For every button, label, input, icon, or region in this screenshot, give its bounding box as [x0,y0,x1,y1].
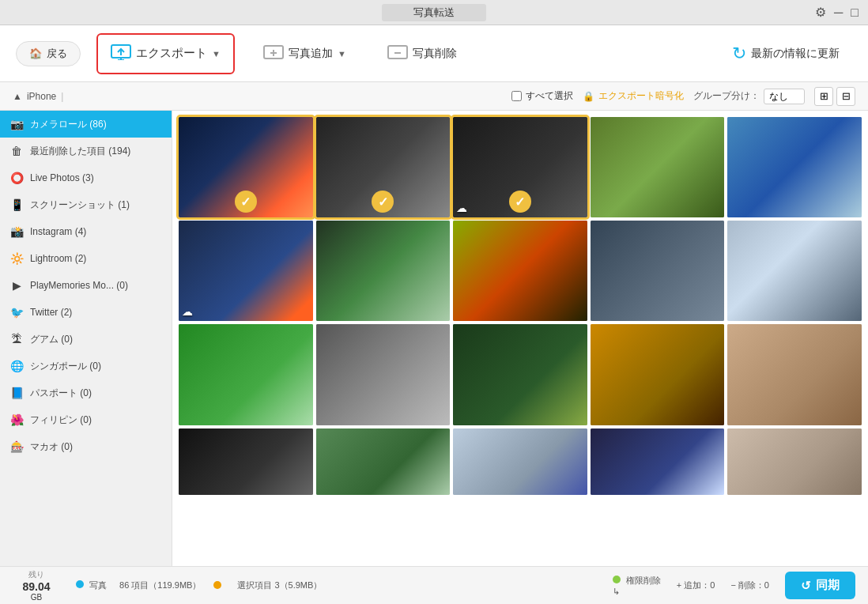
sidebar-item-camera-roll[interactable]: 📷 カメラロール (86) [0,111,172,138]
add-photo-label: 写真追加 [289,47,333,61]
sidebar-item-screenshots[interactable]: 📱 スクリーンショット (1) [0,191,172,218]
photo-cell-3[interactable]: ✓ ☁ [453,117,587,217]
instagram-icon: 📸 [9,225,24,239]
photo-cell-2[interactable]: ✓ [316,117,451,217]
sidebar-item-macau[interactable]: 🎰 マカオ (0) [0,433,172,460]
list-view-icon[interactable]: ⊟ [836,87,855,106]
sidebar-item-philippines[interactable]: 🌺 フィリピン (0) [0,406,172,433]
app-title: 写真転送 [382,4,486,21]
sidebar-item-twitter[interactable]: 🐦 Twitter (2) [0,299,172,326]
photo-cell-13[interactable] [453,324,587,425]
settings-icon[interactable]: ⚙ [815,5,826,20]
philippines-label: フィリピン (0) [30,413,92,427]
philippines-icon: 🌺 [9,413,24,427]
photo-grid: ✓ ✓ ✓ ☁ ☁ [179,117,862,495]
sidebar-item-live-photos[interactable]: ⭕ Live Photos (3) [0,164,172,191]
photo-cell-9[interactable] [591,221,725,321]
view-icons: ⊞ ⊟ [814,87,855,106]
group-area: グループ分け： なし 日付 月 [693,89,805,104]
photo-thumb-11 [179,324,313,425]
lock-icon: 🔒 [583,91,594,102]
lightroom-label: Lightroom (2) [30,253,86,264]
rights-delete-area: 権限削除 ↳ [613,575,661,597]
photo-thumb-13 [453,324,587,425]
refresh-button[interactable]: ↻ 最新の情報に更新 [719,37,852,70]
photo-label: 写真 [89,580,107,590]
select-all-checkbox[interactable]: すべて選択 [511,89,573,103]
photo-cell-7[interactable] [316,221,451,321]
delete-photo-button[interactable]: 写真削除 [375,37,470,70]
selected-dot [213,581,225,591]
photo-cell-18[interactable] [453,428,587,496]
encrypt-label[interactable]: エクスポート暗号化 [598,89,684,103]
delete-photo-label: 写真削除 [413,47,457,61]
photo-thumb-17 [316,428,451,496]
sync-button[interactable]: ↺ 同期 [785,572,855,599]
playmemories-label: PlayMemories Mo... (0) [30,280,128,291]
sidebar-item-lightroom[interactable]: 🔆 Lightroom (2) [0,245,172,272]
photo-cell-4[interactable] [591,117,725,217]
storage-area: 残り 89.04 GB [13,569,60,602]
sidebar-item-guam[interactable]: 🏝 グアム (0) [0,326,172,353]
group-select[interactable]: なし 日付 月 [764,89,805,104]
minimize-icon[interactable]: ─ [834,6,843,20]
photo-cell-10[interactable] [727,221,862,321]
eject-icon[interactable]: ▲ [13,91,22,102]
delete-count: − 削除：0 [730,579,769,591]
photo-cell-12[interactable] [316,324,451,425]
photo-cell-16[interactable] [179,428,313,496]
select-all-input[interactable] [511,91,522,101]
export-label: エクスポート [136,46,207,61]
photo-cell-15[interactable] [727,324,862,425]
select-all-label: すべて選択 [526,89,573,103]
cloud-icon-3: ☁ [456,202,467,214]
photo-cell-19[interactable] [591,428,725,496]
sidebar-item-singapore[interactable]: 🌐 シンガポール (0) [0,353,172,379]
photo-cell-5[interactable] [727,117,862,217]
sidebar-item-instagram[interactable]: 📸 Instagram (4) [0,218,172,245]
photo-cell-11[interactable] [179,324,313,425]
sidebar-item-playmemories[interactable]: ▶ PlayMemories Mo... (0) [0,272,172,299]
export-button[interactable]: エクスポート ▼ [96,33,235,74]
add-photo-dropdown-arrow[interactable]: ▼ [338,49,346,59]
device-name: iPhone [27,91,56,102]
twitter-label: Twitter (2) [30,307,72,318]
export-dropdown-arrow[interactable]: ▼ [212,49,221,59]
add-photo-button[interactable]: 写真追加 ▼ [251,37,359,70]
photo-thumb-12 [316,324,451,425]
back-button[interactable]: 🏠 戻る [16,41,81,66]
screenshot-icon: 📱 [9,198,24,212]
photo-cell-1[interactable]: ✓ [179,117,313,217]
photo-cell-6[interactable]: ☁ [179,221,313,321]
singapore-label: シンガポール (0) [30,360,101,373]
instagram-label: Instagram (4) [30,226,86,237]
device-bar: ▲ iPhone | すべて選択 🔒 エクスポート暗号化 グループ分け： なし … [0,82,868,111]
sidebar-item-passport[interactable]: 📘 パスポート (0) [0,379,172,406]
photo-thumb-5 [727,117,862,217]
photo-thumb-4 [591,117,725,217]
grid-view-icon[interactable]: ⊞ [814,87,833,106]
toolbar-right: ↻ 最新の情報に更新 [719,37,852,70]
status-info: 写真 86 項目（119.9MB） 選択項目 3（5.9MB） [76,579,322,591]
passport-icon: 📘 [9,386,24,400]
photo-cell-14[interactable] [591,324,725,425]
photo-thumb-19 [591,428,725,496]
device-info: ▲ iPhone | [13,91,63,102]
status-right: 権限削除 ↳ + 追加：0 − 削除：0 ↺ 同期 [613,572,855,599]
add-count: + 追加：0 [677,579,715,591]
sync-label: 同期 [816,578,840,593]
photo-cell-17[interactable] [316,428,451,496]
live-photos-label: Live Photos (3) [30,172,94,183]
export-icon [111,43,131,65]
toolbar: 🏠 戻る エクスポート ▼ 写真追加 ▼ [0,25,868,82]
sync-icon: ↺ [801,579,811,593]
twitter-icon: 🐦 [9,305,24,319]
photo-cell-8[interactable] [453,221,587,321]
storage-unit: GB [31,593,42,602]
singapore-icon: 🌐 [9,359,24,373]
sidebar: 📷 カメラロール (86) 🗑 最近削除した項目 (194) ⭕ Live Ph… [0,111,172,566]
photo-thumb-9 [591,221,725,321]
sidebar-item-recently-deleted[interactable]: 🗑 最近削除した項目 (194) [0,138,172,164]
photo-cell-20[interactable] [727,428,862,496]
maximize-icon[interactable]: □ [851,6,859,20]
